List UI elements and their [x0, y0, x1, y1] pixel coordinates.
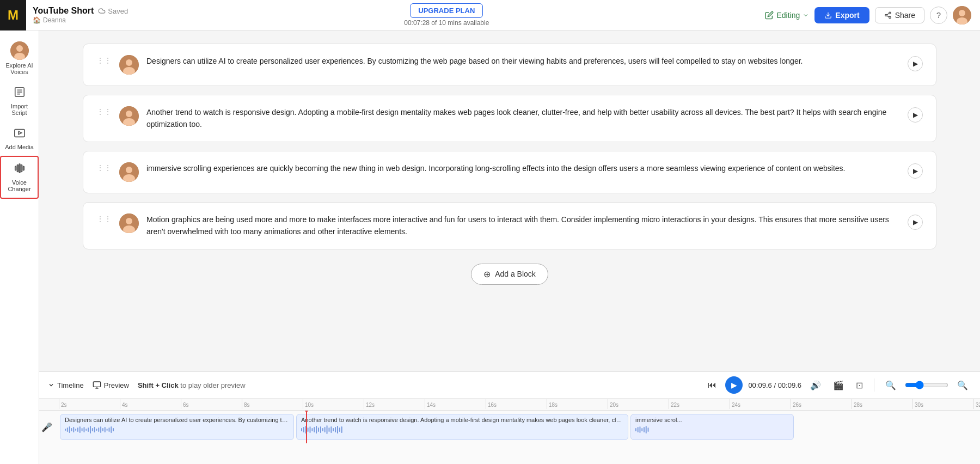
script-block-1: ⋮⋮ Designers can utilize AI to create pe…	[83, 44, 936, 86]
edit-icon	[765, 11, 774, 20]
drag-handle[interactable]: ⋮⋮	[96, 106, 112, 116]
svg-rect-44	[77, 428, 78, 432]
sidebar-item-explore-ai-voices[interactable]: Explore AI Voices	[0, 36, 39, 81]
svg-rect-80	[339, 428, 340, 432]
svg-marker-17	[19, 131, 22, 135]
topbar: M YouTube Short Saved 🏠 Deanna UPGRADE P…	[0, 0, 980, 30]
svg-rect-42	[73, 427, 74, 432]
timeline-clip-3[interactable]: immersive scrol...	[630, 414, 794, 440]
svg-rect-41	[71, 428, 72, 431]
svg-point-24	[126, 59, 132, 66]
drag-handle[interactable]: ⋮⋮	[96, 213, 112, 223]
ruler-tick: 20s	[608, 399, 669, 409]
svg-rect-77	[333, 428, 334, 431]
clip-text: Designers can utilize AI to create perso…	[65, 417, 289, 423]
ruler-tick: 2s	[59, 399, 120, 409]
svg-rect-83	[638, 427, 639, 432]
ruler-tick: 16s	[486, 399, 547, 409]
timeline-toggle[interactable]: Timeline	[48, 381, 84, 389]
svg-rect-48	[85, 429, 87, 431]
waveform-2	[301, 425, 623, 434]
block-text: Designers can utilize AI to create perso…	[146, 55, 900, 67]
svg-rect-57	[105, 427, 106, 432]
user-avatar	[953, 6, 971, 25]
sidebar-item-voice-changer[interactable]: Voice Changer	[0, 156, 39, 199]
svg-rect-50	[90, 426, 91, 434]
divider	[874, 378, 874, 392]
svg-rect-52	[94, 427, 95, 432]
timeline-clip-1[interactable]: Designers can utilize AI to create perso…	[60, 414, 294, 440]
voice-changer-icon	[14, 162, 26, 177]
svg-rect-73	[324, 427, 326, 432]
block-avatar	[119, 162, 139, 182]
export-button[interactable]: Export	[814, 7, 869, 23]
svg-rect-55	[100, 426, 101, 433]
svg-rect-38	[65, 429, 66, 431]
volume-button[interactable]: 🔊	[807, 379, 824, 392]
sidebar-item-label: Explore AI Voices	[3, 62, 35, 75]
shift-hint: Shift + Click to play older preview	[138, 381, 246, 389]
timeline-play-button[interactable]: ▶	[725, 376, 743, 394]
zoom-out-icon[interactable]: 🔍	[882, 379, 899, 392]
skip-back-button[interactable]: ⏮	[705, 379, 720, 391]
svg-point-1	[889, 12, 891, 14]
play-block-button[interactable]: ▶	[908, 56, 923, 71]
zoom-in-icon[interactable]: 🔍	[954, 379, 971, 392]
camera-button[interactable]: 🎬	[830, 379, 847, 392]
svg-rect-87	[646, 426, 647, 434]
clip-text: Another trend to watch is responsive des…	[301, 417, 623, 423]
timeline-ruler: 2s4s6s8s10s12s14s16s18s20s22s24s26s28s30…	[39, 399, 980, 411]
topbar-left: M YouTube Short Saved 🏠 Deanna	[9, 0, 128, 30]
drag-handle[interactable]: ⋮⋮	[96, 162, 112, 172]
svg-rect-65	[308, 428, 309, 432]
svg-point-33	[126, 218, 132, 224]
sidebar-item-import-script[interactable]: Import Script	[0, 81, 39, 121]
ruler-tick: 26s	[791, 399, 852, 409]
play-block-button[interactable]: ▶	[908, 107, 923, 123]
play-block-button[interactable]: ▶	[908, 163, 923, 179]
sidebar-user-icon	[10, 41, 29, 60]
add-block-row: ⊕ Add a Block	[83, 258, 936, 296]
svg-rect-76	[330, 426, 332, 433]
waveform-3	[635, 425, 789, 434]
time-display: 00:09.6 / 00:09.6	[748, 381, 801, 389]
add-block-button[interactable]: ⊕ Add a Block	[471, 264, 548, 285]
import-script-icon	[14, 86, 26, 101]
zoom-slider[interactable]	[905, 381, 948, 389]
mic-button[interactable]: 🎤	[39, 420, 59, 435]
svg-rect-35	[93, 382, 100, 387]
breadcrumb: 🏠 Deanna	[33, 16, 128, 24]
ruler-tick: 22s	[669, 399, 730, 409]
play-block-button[interactable]: ▶	[908, 215, 923, 230]
svg-rect-47	[83, 427, 84, 432]
share-button[interactable]: Share	[875, 7, 924, 23]
block-avatar	[119, 55, 139, 75]
timeline-clip-2[interactable]: Another trend to watch is responsive des…	[296, 414, 628, 440]
content-area: ⋮⋮ Designers can utilize AI to create pe…	[39, 30, 980, 371]
block-text: Another trend to watch is responsive des…	[146, 106, 900, 131]
topbar-right: Editing Export Share ?	[765, 6, 971, 25]
svg-line-4	[887, 15, 889, 16]
drag-handle[interactable]: ⋮⋮	[96, 55, 112, 65]
topbar-center: UPGRADE PLAN 00:07:28 of 10 mins availab…	[404, 3, 489, 27]
svg-rect-67	[311, 428, 313, 431]
svg-point-27	[126, 111, 132, 117]
editing-button[interactable]: Editing	[765, 11, 809, 20]
svg-rect-74	[327, 425, 328, 434]
svg-rect-72	[322, 428, 323, 431]
chevron-down-icon	[48, 382, 54, 388]
upgrade-plan-button[interactable]: UPGRADE PLAN	[410, 3, 483, 18]
waveform-1	[65, 425, 289, 434]
monitor-icon	[93, 381, 101, 389]
sidebar-item-add-media[interactable]: Add Media	[0, 121, 39, 156]
script-block-4: ⋮⋮ Motion graphics are being used more a…	[83, 202, 936, 249]
ruler-tick: 8s	[242, 399, 303, 409]
svg-rect-54	[98, 428, 99, 432]
sidebar-item-label: Import Script	[3, 103, 35, 116]
ruler-tick: 28s	[852, 399, 912, 409]
project-title: YouTube Short	[33, 6, 94, 16]
project-info: YouTube Short Saved 🏠 Deanna	[33, 6, 128, 24]
help-button[interactable]: ?	[930, 7, 947, 24]
captions-button[interactable]: ⊡	[853, 379, 866, 392]
svg-point-3	[889, 16, 891, 19]
